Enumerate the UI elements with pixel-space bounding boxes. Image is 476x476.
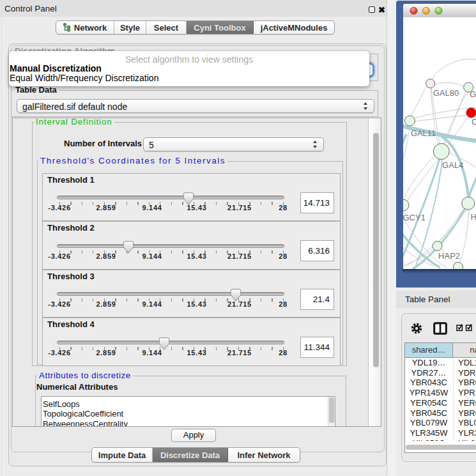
svg-text:GCY1: GCY1 [403, 213, 426, 222]
svg-text:GAL11: GAL11 [411, 128, 436, 138]
svg-text:C: C [472, 117, 476, 127]
svg-text:H: H [471, 212, 476, 222]
svg-text:GAL80: GAL80 [433, 88, 459, 98]
svg-text:HAP2: HAP2 [438, 251, 460, 261]
svg-text:GAL4: GAL4 [442, 160, 463, 170]
svg-text:GA: GA [470, 89, 476, 99]
